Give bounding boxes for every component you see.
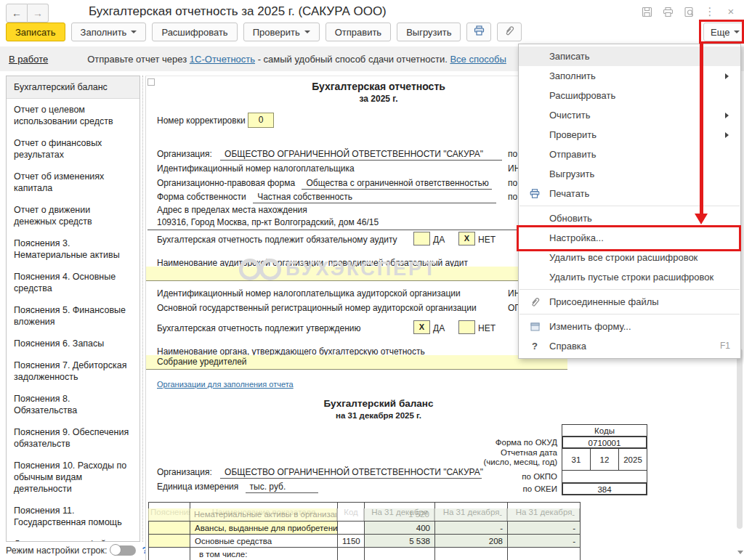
table-row[interactable]: в том числе:: [149, 548, 581, 560]
print-icon[interactable]: [662, 6, 674, 17]
vertical-scrollbar[interactable]: [737, 349, 743, 529]
sidebar-item[interactable]: Пояснения 5. Финансовые вложения: [7, 299, 140, 333]
menu-item-decrypt[interactable]: Расшифровать: [519, 86, 740, 105]
attachments-button[interactable]: [497, 23, 522, 41]
value-cell[interactable]: 208: [435, 535, 508, 548]
menu-item-save[interactable]: Записать: [519, 46, 740, 66]
auditor-ogrn-label: Основной государственный регистрационный…: [157, 303, 477, 313]
value-cell: 1 520: [364, 508, 434, 521]
opf-row: Организационно-правовая форма Общества с…: [157, 178, 492, 190]
menu-item-help[interactable]: ? Справка F1: [519, 336, 740, 356]
fill-button[interactable]: Заполнить: [71, 23, 147, 41]
value-cell[interactable]: [508, 548, 581, 560]
code-cell: [337, 508, 364, 521]
back-icon: ←: [12, 7, 22, 19]
print-button[interactable]: [466, 23, 491, 41]
status-state-link[interactable]: В работе: [9, 54, 48, 65]
sidebar-item[interactable]: Пояснения 6. Запасы: [7, 333, 140, 354]
value-cell[interactable]: -: [508, 522, 581, 535]
sidebar-item[interactable]: Пояснения 9. Обеспечения обязательств: [7, 421, 140, 455]
balance-org-value[interactable]: ОБЩЕСТВО ОГРАНИЧЕННОЙ ОТВЕТСТВЕННОСТИ "С…: [220, 467, 482, 479]
explanation-cell[interactable]: [149, 548, 190, 560]
indicator-cell[interactable]: в том числе:: [190, 548, 338, 560]
menu-item-delete-empty-decrypt-rows[interactable]: Удалить пустые строки расшифровок: [519, 267, 740, 287]
sidebar-item[interactable]: Отчет об изменениях капитала: [7, 166, 140, 199]
approve-no-checkbox[interactable]: [458, 320, 475, 334]
indicator-cell[interactable]: Основные средства: [190, 535, 338, 548]
address-value[interactable]: 109316, Город Москва, пр-кт Волгоградски…: [157, 217, 379, 227]
explanation-cell[interactable]: [149, 535, 190, 548]
audit-yes-checkbox[interactable]: [413, 232, 430, 245]
value-cell[interactable]: 400: [365, 522, 435, 535]
close-icon[interactable]: ×: [725, 6, 737, 17]
approve-org-field[interactable]: Собрание уредителей: [146, 355, 567, 370]
value-cell[interactable]: [365, 548, 435, 560]
sidebar-item[interactable]: Пояснения 7. Дебиторская задолженность: [7, 354, 140, 388]
correction-label: Номер корректировки: [157, 115, 246, 126]
report-date-sublabel: (число, месяц, год): [386, 458, 557, 466]
code-cell[interactable]: [338, 522, 365, 535]
forward-button[interactable]: →: [28, 4, 49, 23]
approve-yes-checkbox[interactable]: X: [413, 320, 430, 334]
decrypt-button-label: Расшифровать: [161, 27, 227, 38]
sidebar-item[interactable]: Отчет о движении денежных средств: [7, 199, 140, 232]
sidebar-item[interactable]: Пояснения 8. Обязательства: [7, 388, 140, 421]
value-cell[interactable]: [435, 548, 508, 560]
indicator-cell[interactable]: Авансы, выданные для приобретения НМА: [190, 522, 338, 535]
sidebar-item[interactable]: Пояснения 11. Государственная помощь: [7, 500, 140, 533]
back-button[interactable]: ←: [6, 4, 28, 23]
unit-value[interactable]: тыс. руб.: [246, 482, 318, 493]
preview-icon[interactable]: [683, 6, 695, 17]
opf-value[interactable]: Общества с ограниченной ответственностью: [302, 178, 492, 190]
check-button-label: Проверить: [253, 27, 300, 38]
panel-splitter[interactable]: [142, 76, 143, 542]
value-cell[interactable]: -: [435, 522, 508, 535]
row-setup-label: Режим настройки строк:: [6, 545, 107, 556]
value-cell[interactable]: 5 538: [365, 535, 435, 548]
submenu-arrow-icon: [725, 113, 732, 118]
sidebar-item[interactable]: Отчет о целевом использовании средств: [7, 99, 140, 132]
correction-number-field[interactable]: 0: [248, 113, 274, 128]
org-value[interactable]: ОБЩЕСТВО ОГРАНИЧЕННОЙ ОТВЕТСТВЕННОСТИ "С…: [220, 149, 502, 161]
kebab-menu-icon[interactable]: ⋮: [704, 6, 716, 17]
okpo-value-cell: [562, 470, 647, 483]
export-button[interactable]: Выгрузить: [397, 23, 461, 41]
menu-item-attached-files[interactable]: Присоединенные файлы: [519, 292, 740, 312]
row-setup-toggle[interactable]: [111, 545, 136, 556]
send-button-label: Отправить: [335, 27, 381, 38]
menu-item-change-form[interactable]: Изменить форму...: [519, 317, 740, 336]
audit-no-checkbox[interactable]: X: [458, 232, 475, 245]
scroll-down-arrow-icon[interactable]: [737, 551, 743, 557]
menu-item-fill[interactable]: Заполнить: [519, 66, 740, 86]
menu-item-export[interactable]: Выгрузить: [519, 164, 740, 184]
code-cell[interactable]: 1150: [338, 535, 365, 548]
send-button[interactable]: Отправить: [326, 23, 391, 41]
value-cell[interactable]: -: [508, 535, 581, 548]
sidebar-item[interactable]: Пояснения 4. Основные средства: [7, 266, 140, 299]
ownership-value[interactable]: Частная собственность: [253, 192, 496, 203]
sidebar-item[interactable]: Пояснения 10. Расходы по обычным видам д…: [7, 455, 140, 500]
check-button[interactable]: Проверить: [243, 23, 320, 41]
save-button[interactable]: Записать: [6, 23, 65, 41]
sidebar-item[interactable]: Пояснения 3. Нематериальные активы: [7, 232, 140, 266]
menu-item-clear[interactable]: Очистить: [519, 105, 740, 125]
all-methods-link[interactable]: Все способы: [450, 54, 506, 65]
approve-question: Бухгалтерская отчетность подлежит утверж…: [157, 323, 361, 333]
sidebar-item-balance[interactable]: Бухгалтерский баланс: [7, 76, 140, 99]
indicator-cell: Нематериальные активы в организации: [190, 508, 337, 521]
menu-item-check[interactable]: Проверить: [519, 125, 740, 145]
sheet-corner-selector[interactable]: [147, 78, 155, 86]
sidebar-item[interactable]: Дополнительные файлы: [7, 533, 140, 542]
explanation-cell[interactable]: [149, 522, 190, 535]
annotation-rect-more-button: [699, 20, 744, 44]
code-cell[interactable]: [338, 548, 365, 560]
menu-item-send[interactable]: Отправить: [519, 145, 740, 164]
reporting-service-link[interactable]: 1С-Отчетность: [190, 54, 255, 65]
menu-item-print[interactable]: Печатать: [519, 184, 740, 203]
table-row[interactable]: Основные средства 1150 5 538 208 -: [149, 535, 581, 548]
orgs-for-filling-link[interactable]: Организации для заполнения отчета: [157, 380, 294, 389]
save-icon[interactable]: [641, 6, 652, 17]
decrypt-button[interactable]: Расшифровать: [152, 23, 237, 41]
table-row[interactable]: Авансы, выданные для приобретения НМА 40…: [149, 522, 581, 535]
sidebar-item[interactable]: Отчет о финансовых результатах: [7, 132, 140, 166]
